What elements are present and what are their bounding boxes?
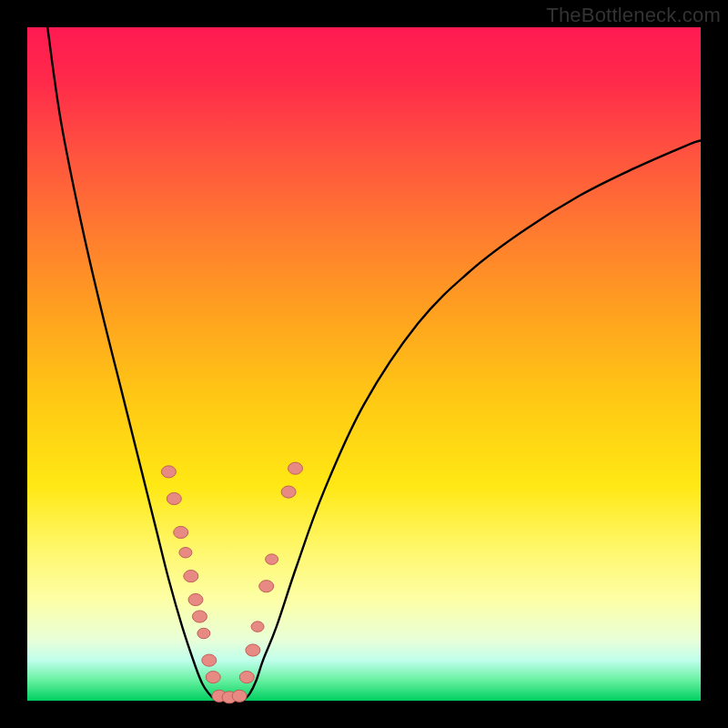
marker-layer (161, 462, 302, 703)
data-marker (192, 611, 207, 622)
data-marker (251, 622, 264, 632)
data-marker (246, 644, 260, 656)
data-marker (259, 581, 274, 592)
data-marker (179, 547, 192, 557)
data-marker (232, 690, 247, 702)
watermark-text: TheBottleneck.com (546, 4, 721, 27)
chart-svg (27, 27, 701, 701)
data-marker (197, 628, 210, 638)
data-marker (239, 672, 254, 683)
plot-area (27, 27, 701, 701)
data-marker (281, 486, 296, 498)
data-marker (288, 462, 303, 474)
data-marker (266, 554, 278, 564)
data-marker (167, 492, 181, 504)
data-marker (174, 526, 188, 538)
data-marker (184, 571, 198, 582)
data-marker (161, 466, 176, 478)
chart-frame: TheBottleneck.com (0, 0, 728, 728)
data-marker (206, 672, 220, 683)
data-marker (202, 654, 217, 666)
data-marker (188, 593, 203, 605)
right-curve (243, 140, 701, 701)
